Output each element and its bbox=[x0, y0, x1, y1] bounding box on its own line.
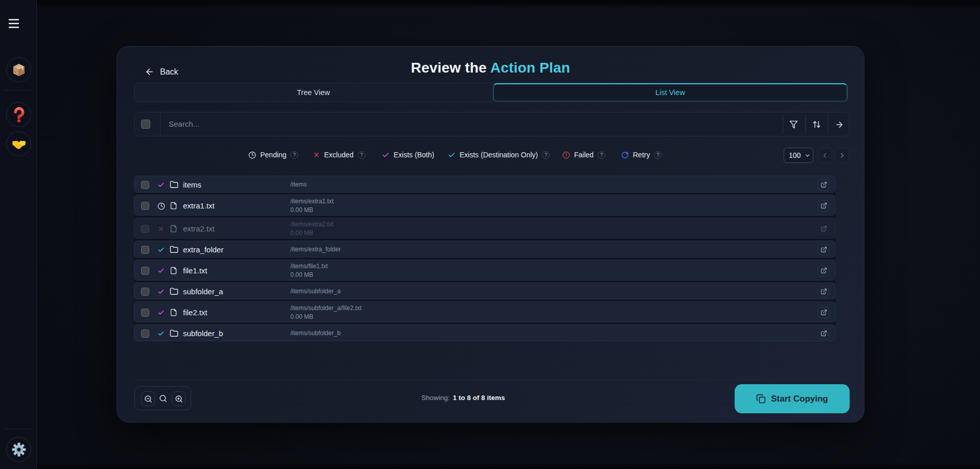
svg-text:▲!: ▲! bbox=[14, 71, 17, 73]
